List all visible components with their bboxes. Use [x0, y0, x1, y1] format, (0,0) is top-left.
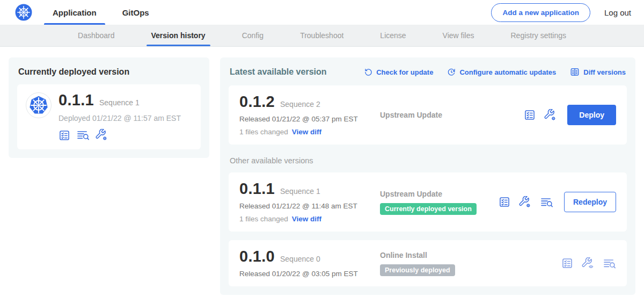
- latest-available-header: Latest available version Check for updat…: [230, 67, 626, 77]
- version-history-panel: Latest available version Check for updat…: [220, 57, 635, 295]
- diff-icon: [570, 67, 580, 77]
- deploy-logs-icon[interactable]: [76, 129, 90, 141]
- preflight-checklist-icon[interactable]: [561, 257, 573, 269]
- version-actions: Check for update Configure automatic upd…: [364, 67, 626, 77]
- subtab-dashboard[interactable]: Dashboard: [76, 25, 116, 46]
- view-config-wrench-eye-icon[interactable]: [582, 257, 594, 270]
- deploy-logs-icon[interactable]: [540, 196, 553, 208]
- check-for-update-label: Check for update: [376, 68, 433, 76]
- deployed-version-number: 0.1.1: [58, 92, 94, 108]
- edit-config-wrench-gear-icon[interactable]: [544, 109, 557, 121]
- app-subnav: Dashboard Version history Config Trouble…: [0, 25, 644, 47]
- configure-automatic-updates-label: Configure automatic updates: [459, 68, 556, 76]
- source-label: Upstream Update: [380, 111, 524, 119]
- deployed-version-card: 0.1.1 Sequence 1 Deployed 01/21/22 @ 11:…: [17, 84, 201, 149]
- top-header: Application GitOps Add a new application…: [0, 0, 644, 25]
- sequence-label: Sequence 1: [280, 187, 320, 196]
- version-info: 0.1.2 Sequence 2 Released 01/21/22 @ 05:…: [239, 94, 380, 136]
- check-for-update-link[interactable]: Check for update: [364, 68, 433, 76]
- version-info: 0.1.0 Sequence 0 Released 01/20/22 @ 03:…: [239, 249, 380, 278]
- subtab-view-files[interactable]: View files: [441, 25, 476, 46]
- diff-versions-label: Diff versions: [583, 68, 626, 76]
- source-label: Online Install: [380, 251, 561, 259]
- preflight-checklist-icon[interactable]: [524, 109, 536, 121]
- subtab-license-label: License: [380, 31, 406, 40]
- subtab-troubleshoot-label: Troubleshoot: [300, 31, 343, 40]
- deploy-button[interactable]: Deploy: [567, 105, 616, 125]
- view-diff-link[interactable]: View diff: [292, 215, 321, 223]
- tab-gitops-label: GitOps: [122, 8, 149, 17]
- edit-config-wrench-gear-icon[interactable]: [96, 129, 108, 141]
- latest-available-title: Latest available version: [230, 67, 327, 77]
- kubernetes-logo-icon: [15, 4, 32, 21]
- version-card-actions: Redeploy: [499, 192, 616, 212]
- subtab-config[interactable]: Config: [240, 25, 265, 46]
- deployed-timestamp: Deployed 01/21/22 @ 11:57 am EST: [58, 114, 181, 122]
- version-info: 0.1.1 Sequence 1 Released 01/21/22 @ 11:…: [239, 181, 380, 223]
- main-content: Currently deployed version 0.1.1 Sequenc…: [0, 47, 644, 303]
- logout-link[interactable]: Log out: [604, 8, 631, 17]
- currently-deployed-badge: Currently deployed version: [380, 203, 477, 215]
- released-timestamp: Released 01/20/22 @ 03:05 pm EST: [239, 270, 380, 278]
- deployed-version-info: 0.1.1 Sequence 1 Deployed 01/21/22 @ 11:…: [58, 92, 181, 141]
- previously-deployed-badge: Previously deployed: [380, 264, 455, 276]
- redeploy-button[interactable]: Redeploy: [564, 192, 616, 212]
- source-label: Upstream Update: [380, 190, 499, 198]
- version-number: 0.1.0: [239, 249, 275, 264]
- version-card-0-1-1: 0.1.1 Sequence 1 Released 01/21/22 @ 11:…: [229, 172, 627, 232]
- subtab-view-files-label: View files: [443, 31, 474, 40]
- configure-automatic-updates-link[interactable]: Configure automatic updates: [447, 68, 556, 76]
- version-card-actions: Deploy: [524, 105, 616, 125]
- subtab-registry-settings-label: Registry settings: [511, 31, 566, 40]
- files-changed-label: 1 files changed: [239, 128, 288, 136]
- header-right: Add a new application Log out: [491, 3, 631, 22]
- version-card-0-1-2: 0.1.2 Sequence 2 Released 01/21/22 @ 05:…: [229, 85, 627, 145]
- subtab-version-history[interactable]: Version history: [150, 25, 207, 46]
- subtab-registry-settings[interactable]: Registry settings: [509, 25, 568, 46]
- released-timestamp: Released 01/21/22 @ 11:48 am EST: [239, 202, 380, 210]
- add-application-button[interactable]: Add a new application: [491, 3, 590, 22]
- version-source: Upstream Update: [380, 111, 524, 119]
- version-source: Upstream Update Currently deployed versi…: [380, 190, 499, 215]
- subtab-version-history-label: Version history: [151, 31, 206, 40]
- version-card-actions: [561, 257, 616, 270]
- primary-nav: Application GitOps: [52, 0, 150, 25]
- currently-deployed-title: Currently deployed version: [18, 67, 200, 77]
- tab-gitops[interactable]: GitOps: [121, 0, 150, 25]
- preflight-checklist-icon[interactable]: [499, 196, 510, 208]
- version-number: 0.1.2: [239, 94, 275, 110]
- sequence-label: Sequence 2: [280, 100, 320, 109]
- app-kubernetes-icon: [26, 92, 52, 118]
- sequence-label: Sequence 0: [280, 255, 320, 263]
- deployed-sequence-label: Sequence 1: [99, 98, 140, 107]
- diff-versions-link[interactable]: Diff versions: [570, 67, 626, 77]
- tab-application[interactable]: Application: [52, 0, 98, 25]
- subtab-config-label: Config: [242, 31, 264, 40]
- refresh-icon: [364, 68, 372, 76]
- edit-config-wrench-gear-icon[interactable]: [519, 196, 531, 208]
- deployed-version-actions: [58, 129, 181, 141]
- version-card-0-1-0: 0.1.0 Sequence 0 Released 01/20/22 @ 03:…: [229, 240, 627, 286]
- preflight-checklist-icon[interactable]: [58, 129, 70, 141]
- view-diff-link[interactable]: View diff: [292, 128, 321, 136]
- other-available-versions-title: Other available versions: [230, 156, 626, 165]
- subtab-dashboard-label: Dashboard: [78, 31, 115, 40]
- version-source: Online Install Previously deployed: [380, 251, 561, 276]
- tab-application-label: Application: [53, 8, 97, 17]
- subtab-troubleshoot[interactable]: Troubleshoot: [298, 25, 345, 46]
- version-number: 0.1.1: [239, 181, 275, 197]
- currently-deployed-panel: Currently deployed version 0.1.1 Sequenc…: [9, 57, 209, 158]
- deploy-logs-icon[interactable]: [603, 257, 616, 270]
- subtab-license[interactable]: License: [378, 25, 407, 46]
- released-timestamp: Released 01/21/22 @ 05:37 pm EST: [239, 115, 380, 123]
- files-changed-label: 1 files changed: [239, 215, 288, 223]
- schedule-update-icon: [447, 68, 456, 76]
